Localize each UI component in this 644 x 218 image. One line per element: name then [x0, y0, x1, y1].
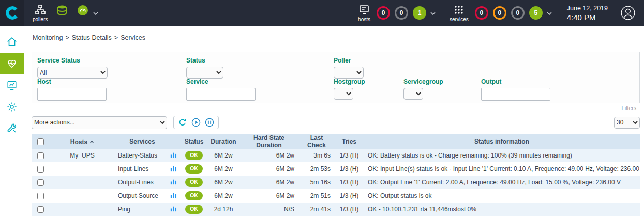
tries-cell: 1/3 (H): [335, 203, 364, 216]
hosts-chevron-down-icon[interactable]: [430, 8, 436, 18]
database-status[interactable]: [56, 0, 68, 26]
host-input[interactable]: [37, 88, 107, 101]
status-information-cell: OK - 10.100.1.231 rta 11,446mslost 0%: [364, 203, 640, 216]
select-all-checkbox[interactable]: [37, 138, 44, 145]
breadcrumb-item-services: Services: [121, 34, 145, 41]
sidebar-item-reporting[interactable]: [0, 74, 24, 96]
status-badge: OK: [185, 178, 203, 187]
servicegroup-select[interactable]: [403, 88, 423, 100]
status-select[interactable]: [186, 67, 223, 79]
table-row: My_UPS Battery-Status OK 6M 2w 6M 2w 3m …: [32, 149, 640, 162]
filter-panel: Service Status All Status Poller Host Se…: [32, 52, 640, 103]
refresh-icon[interactable]: [178, 118, 187, 127]
actions-toolbar: More actions... 30: [32, 116, 640, 129]
row-checkbox[interactable]: [37, 206, 44, 213]
header-hard-state-duration[interactable]: Hard State Duration: [239, 134, 298, 149]
breadcrumb-item-monitoring[interactable]: Monitoring: [33, 34, 63, 41]
hosts-up-badge[interactable]: 1: [413, 6, 426, 20]
output-input[interactable]: [481, 88, 550, 101]
monitoring-icon: [6, 58, 18, 69]
duration-cell: 6M 2w: [207, 162, 239, 176]
servicegroup-label: Servicegroup: [403, 78, 443, 85]
header-graph: [169, 134, 181, 149]
service-status-select[interactable]: All: [37, 67, 108, 79]
status-badge: OK: [185, 191, 203, 200]
hard-state-duration-cell: 6M 2w: [239, 189, 298, 203]
hosts-label: hosts: [358, 17, 370, 22]
service-name[interactable]: Output-Source: [118, 192, 158, 199]
header-tries[interactable]: Tries: [335, 134, 364, 149]
centreon-logo[interactable]: [0, 0, 24, 26]
sidebar-item-monitoring[interactable]: [0, 53, 24, 74]
services-label: services: [450, 17, 469, 22]
hosts-unreachable-badge[interactable]: 0: [395, 6, 408, 20]
services-critical-badge[interactable]: 0: [475, 6, 488, 20]
services-warning-badge[interactable]: 0: [493, 6, 506, 20]
graph-icon[interactable]: [170, 178, 177, 185]
filters-caption: Filters: [621, 105, 636, 111]
poller-label: Poller: [334, 57, 364, 64]
service-name[interactable]: Battery-Status: [118, 152, 157, 159]
status-badge: OK: [185, 205, 203, 214]
sidebar-item-home[interactable]: [0, 31, 24, 53]
status-label: Status: [186, 57, 223, 64]
host-name[interactable]: My_UPS: [70, 152, 94, 159]
services-ok-badge[interactable]: 5: [529, 6, 543, 20]
main-content: Monitoring>Status Details>Services Servi…: [24, 26, 644, 218]
pollers-menu[interactable]: pollers: [33, 0, 48, 26]
output-label: Output: [481, 78, 550, 85]
hostgroup-select[interactable]: [334, 88, 353, 100]
user-menu[interactable]: [620, 0, 636, 26]
hard-state-duration-cell: 6M 2w: [239, 149, 298, 162]
header-status-information[interactable]: Status information: [364, 134, 640, 149]
service-name[interactable]: Input-Lines: [118, 165, 148, 173]
current-time: 4:40 PM: [567, 13, 608, 22]
duration-cell: 6M 2w: [207, 149, 239, 162]
services-chevron-down-icon[interactable]: [546, 8, 552, 18]
breadcrumb-item-status-details[interactable]: Status Details: [72, 34, 112, 41]
home-icon: [6, 36, 18, 48]
row-checkbox[interactable]: [37, 152, 44, 159]
sidebar-item-administration[interactable]: [0, 118, 24, 139]
header-services[interactable]: Services: [115, 134, 169, 149]
hosts-down-badge[interactable]: 0: [377, 6, 390, 20]
status-badge: OK: [185, 151, 203, 160]
graph-icon[interactable]: [170, 151, 177, 158]
header-status[interactable]: Status: [181, 134, 207, 149]
pause-icon[interactable]: [205, 118, 214, 127]
table-row: Ping OK 2d 12h N/S 2m 41s 1/3 (H) OK - 1…: [32, 203, 640, 216]
graph-icon[interactable]: [170, 205, 177, 212]
centreon-c-icon: [4, 5, 21, 21]
header-duration[interactable]: Duration: [207, 134, 239, 149]
row-checkbox[interactable]: [37, 193, 44, 199]
service-label: Service: [186, 78, 256, 85]
table-row: Output-Lines OK 6M 2w 6M 2w 5m 16s 1/3 (…: [32, 176, 640, 189]
page-size-select[interactable]: 30: [614, 117, 640, 129]
poller-health[interactable]: [77, 0, 89, 26]
last-check-cell: 2m 51s: [298, 189, 335, 203]
breadcrumb: Monitoring>Status Details>Services: [33, 34, 640, 41]
row-checkbox[interactable]: [37, 179, 44, 186]
graph-icon[interactable]: [170, 192, 177, 198]
services-unknown-badge[interactable]: 0: [511, 6, 525, 20]
service-name[interactable]: Output-Lines: [118, 179, 154, 186]
row-checkbox[interactable]: [37, 166, 44, 173]
sort-asc-icon: [89, 138, 94, 145]
host-label: Host: [37, 78, 107, 85]
service-name[interactable]: Ping: [118, 206, 130, 213]
pollers-chevron-down-icon[interactable]: [93, 8, 99, 18]
graph-icon[interactable]: [170, 165, 177, 172]
services-menu[interactable]: services: [450, 0, 469, 26]
header-hosts[interactable]: Hosts: [49, 134, 115, 149]
service-input[interactable]: [186, 88, 256, 101]
poller-select[interactable]: [334, 67, 364, 79]
more-actions-select[interactable]: More actions...: [32, 116, 167, 129]
play-icon[interactable]: [191, 118, 201, 127]
pollers-icon: [34, 4, 47, 16]
header-last-check[interactable]: Last Check: [298, 134, 335, 149]
last-check-cell: 2m 41s: [298, 203, 335, 216]
topbar-spacer: [99, 0, 358, 26]
hosts-menu[interactable]: hosts: [358, 0, 370, 26]
sidebar-item-configuration[interactable]: [0, 96, 24, 118]
last-check-cell: 5m 16s: [298, 176, 335, 189]
